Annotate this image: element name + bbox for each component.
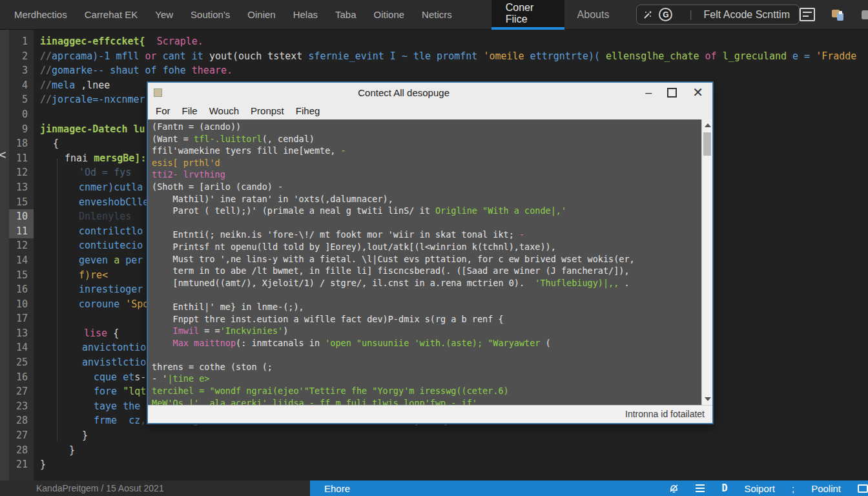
- search-box[interactable]: G | Felt Acode Scnttim: [636, 5, 800, 25]
- code-segment: .: [619, 278, 629, 288]
- minimize-icon[interactable]: –: [645, 89, 652, 96]
- code-segment: f)re<: [79, 269, 108, 281]
- bell-icon[interactable]: [669, 483, 679, 493]
- line-number: 15: [9, 268, 34, 283]
- addon-icon[interactable]: [832, 8, 845, 21]
- partial-edge-icon[interactable]: [862, 10, 868, 19]
- taskbar-poolint[interactable]: Poolint: [811, 483, 841, 494]
- code-segment: ffil'wamekine tyers fill ine[wemte,: [152, 145, 335, 156]
- scroll-thumb[interactable]: [703, 132, 711, 156]
- taskbar-separator: ;: [792, 483, 794, 494]
- dialog-menu-item[interactable]: Wouch: [209, 105, 239, 116]
- code-segment: //: [40, 50, 52, 62]
- title-bar: MerdhectiosCarrehat EKYewSoution'sOinien…: [0, 0, 868, 30]
- menu-item[interactable]: Carrehat EK: [85, 9, 138, 20]
- code-segment: ettrgntrte)(: [524, 50, 606, 62]
- dialog-line: Parot ( tell);)' (primale a neal g twiti…: [152, 205, 701, 217]
- maximize-icon[interactable]: [667, 88, 677, 98]
- dialog-titlebar[interactable]: Contect All desopuge – ✕: [148, 83, 712, 102]
- code-segment: jinmagec-Datech lu: [40, 123, 145, 135]
- fold-chevron-icon[interactable]: <: [0, 147, 6, 161]
- taskbar-soiport[interactable]: Soiport: [744, 483, 775, 494]
- d-badge-icon[interactable]: D: [721, 482, 727, 494]
- code-segment: -: [335, 145, 346, 156]
- line-number: 12: [9, 165, 34, 180]
- menu-item[interactable]: Helas: [293, 9, 318, 20]
- dialog-menu-item[interactable]: Pronpst: [251, 105, 284, 116]
- menu-item[interactable]: Oinien: [247, 9, 275, 20]
- code-segment: Fnppt thre inst.eution a wiflle fact dev…: [152, 314, 504, 324]
- dialog-title: Contect All desopuge: [162, 87, 645, 98]
- code-line: //gomarke-- shaut of fohe theare.: [40, 63, 868, 78]
- code-line: //aprcama)-1 mfll or cant it yout(ouch t…: [40, 49, 868, 64]
- line-number: 28: [9, 413, 34, 428]
- code-segment: aprcama)-1 mfll: [52, 50, 145, 62]
- line-number: 27: [9, 428, 34, 443]
- menu-item[interactable]: Yew: [155, 9, 173, 20]
- dialog-menu-item[interactable]: For: [156, 105, 170, 116]
- code-segment: fore: [94, 386, 123, 397]
- menu-item[interactable]: Neticrs: [422, 9, 452, 20]
- taskbar-right: D Soiport ; Poolint: [669, 482, 864, 494]
- code-line: }: [40, 457, 868, 472]
- dialog-body: (Fantn = (acndo))(Want = tfl-.luittorl(,…: [148, 119, 712, 405]
- menu-item[interactable]: Oitione: [374, 9, 405, 20]
- menu-icon[interactable]: [696, 484, 705, 492]
- code-segment: -: [519, 229, 524, 240]
- code-segment: = =: [199, 326, 220, 336]
- code-segment: Origline "With a conde|,': [435, 205, 566, 216]
- code-segment: 'Inckvinies': [220, 326, 284, 336]
- scroll-up-icon[interactable]: [705, 123, 711, 127]
- menu-item[interactable]: Taba: [335, 9, 356, 20]
- code-segment: [145, 36, 157, 47]
- dialog-app-icon: [154, 88, 162, 97]
- line-number: 11: [9, 224, 34, 239]
- code-segment: {: [53, 138, 59, 149]
- dialog-line: esis[ prthl'd: [152, 157, 701, 169]
- dialog-menu-item[interactable]: Fiheg: [296, 105, 320, 116]
- code-segment: iinaggec-effccket{: [40, 36, 145, 47]
- layout-panel-icon[interactable]: [800, 8, 815, 21]
- code-line: }: [40, 428, 868, 443]
- line-number: 17: [9, 311, 34, 326]
- dialog-line: Entnti(; neikn.is 'fore-\!/ mt fookt mor…: [152, 229, 701, 241]
- code-segment: anvictontio: [82, 342, 146, 353]
- dialog-line: Mathil)' ine ratan' in 'oxts(,dalumnacer…: [152, 193, 701, 205]
- dialog-content-lines[interactable]: (Fantn = (acndo))(Want = tfl-.luittorl(,…: [148, 121, 701, 405]
- dialog-menubar: ForFileWouchPronpstFiheg: [148, 102, 712, 119]
- code-segment: s-: [134, 371, 146, 383]
- code-segment: Parot ( tell);)' (primale a neal g twiti…: [152, 205, 435, 216]
- dialog-line: Must tro ',ne lins-y with a fietal. \l|C…: [152, 253, 701, 265]
- code-segment: (Fantn = (acndo)): [152, 121, 241, 132]
- code-segment: fnai: [65, 152, 94, 164]
- scroll-down-icon[interactable]: [705, 397, 711, 401]
- dialog-line: - '|tine e>: [152, 373, 701, 385]
- code-segment: cque et: [94, 371, 134, 383]
- menu-item[interactable]: Soution's: [191, 9, 230, 20]
- code-segment: {: [113, 327, 119, 339]
- line-number: 1: [9, 34, 34, 49]
- screen: MerdhectiosCarrehat EKYewSoution'sOinien…: [0, 0, 868, 496]
- code-segment: 'Fradde: [816, 50, 856, 62]
- editor-gutter: 1234509181112131510111214151610171314251…: [9, 30, 34, 481]
- line-number: 5: [9, 92, 34, 107]
- code-segment: 'open "unsuuniie 'with.(aste); "Waryawte…: [325, 338, 540, 348]
- taskbar-app-label[interactable]: Ehore: [324, 483, 350, 494]
- tab-abouts[interactable]: Abouts: [564, 0, 623, 30]
- activity-strip: [0, 30, 9, 496]
- code-segment: Dnlenyles: [79, 211, 131, 222]
- tab-coner-fiice[interactable]: Coner Fiice: [491, 0, 564, 30]
- code-segment: lise: [84, 327, 113, 339]
- keyboard-icon[interactable]: [858, 484, 868, 493]
- code-segment: ): [283, 326, 288, 336]
- close-icon[interactable]: ✕: [692, 85, 703, 100]
- dialog-menu-item[interactable]: File: [182, 105, 198, 116]
- code-segment: cant it: [157, 50, 209, 62]
- menu-item[interactable]: Merdhectios: [14, 9, 67, 20]
- code-segment: (, cendal): [262, 134, 315, 144]
- code-segment: per: [119, 254, 143, 266]
- dialog-scrollbar[interactable]: [701, 119, 712, 405]
- code-segment: tercihel = "wondf ngrai(ejeo'"Tettire fh…: [152, 386, 509, 396]
- search-input[interactable]: Felt Acode Scnttim: [704, 9, 790, 21]
- code-segment: (: [540, 338, 550, 348]
